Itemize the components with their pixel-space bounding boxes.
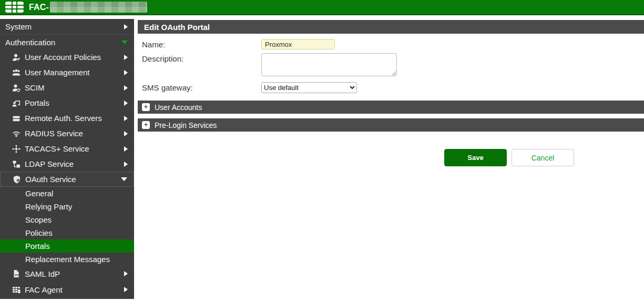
sidebar-item-radius-service[interactable]: RADIUS Service <box>0 126 134 141</box>
chevron-right-icon <box>124 55 128 60</box>
top-bar: FAC- <box>0 0 644 15</box>
sidebar-item-label: Replacement Messages <box>25 255 128 264</box>
sidebar-item-label: Scopes <box>25 215 128 224</box>
sidebar-item-label: General <box>25 189 128 198</box>
sidebar-item-label: FAC Agent <box>25 285 124 294</box>
form-actions: Save Cancel <box>444 149 644 166</box>
sidebar-item-saml-idp[interactable]: SAML IdP <box>0 266 134 282</box>
chevron-right-icon <box>124 271 128 276</box>
sidebar-item-label: Portals <box>25 98 124 107</box>
chevron-down-icon <box>121 177 127 181</box>
sidebar-item-label: LDAP Service <box>25 159 124 168</box>
sidebar-item-ldap-service[interactable]: LDAP Service <box>0 156 134 172</box>
expand-plus-icon[interactable]: + <box>142 121 150 129</box>
sidebar-item-authentication[interactable]: Authentication <box>0 34 134 49</box>
save-button[interactable]: Save <box>444 149 507 166</box>
user-window-icon <box>12 99 21 107</box>
sidebar-item-label: TACACS+ Service <box>25 144 124 153</box>
description-row: Description: <box>138 53 644 76</box>
sidebar-item-tacacs-service[interactable]: TACACS+ Service <box>0 141 134 156</box>
sms-gateway-label: SMS gateway: <box>138 82 261 92</box>
sidebar-item-oauth-scopes[interactable]: Scopes <box>0 213 134 226</box>
user-edit-icon <box>12 53 21 62</box>
name-input[interactable] <box>261 39 335 49</box>
sidebar-item-label: Remote Auth. Servers <box>25 114 124 123</box>
chevron-right-icon <box>124 24 128 29</box>
page-title-bar: Edit OAuth Portal <box>138 20 644 34</box>
chevron-right-icon <box>124 131 128 136</box>
expand-plus-icon[interactable]: + <box>142 103 150 111</box>
sidebar-item-oauth-general[interactable]: General <box>0 187 134 200</box>
chevron-right-icon <box>124 85 128 91</box>
main-content: Edit OAuth Portal Name: Description: SMS… <box>138 19 644 299</box>
topbar-gap <box>0 15 644 19</box>
servers-icon <box>12 114 21 123</box>
sidebar-item-remote-auth-servers[interactable]: Remote Auth. Servers <box>0 111 134 126</box>
sidebar-item-label: Policies <box>25 228 128 237</box>
chevron-right-icon <box>124 116 128 121</box>
chevron-down-icon <box>121 41 128 44</box>
chevron-right-icon <box>124 70 128 75</box>
sidebar-item-user-management[interactable]: User Management <box>0 65 134 80</box>
sidebar-item-label: SAML IdP <box>25 269 124 278</box>
description-label: Description: <box>138 53 261 63</box>
sidebar-item-oauth-portals-active[interactable]: Portals <box>0 239 134 253</box>
brand-label: FAC- <box>29 3 49 12</box>
sidebar: System Authentication User Account Polic… <box>0 19 134 299</box>
sidebar-item-fac-agent[interactable]: FAC Agent <box>0 282 134 297</box>
sidebar-item-label: RADIUS Service <box>25 129 124 138</box>
chevron-right-icon <box>124 162 128 167</box>
section-label: User Accounts <box>155 103 202 112</box>
network-hub-icon <box>12 145 21 153</box>
chevron-right-icon <box>124 101 128 106</box>
sidebar-item-label: Authentication <box>5 38 121 47</box>
sidebar-item-oauth-replacement-messages[interactable]: Replacement Messages <box>0 253 134 266</box>
users-group-icon <box>12 68 21 77</box>
sms-gateway-row: SMS gateway: Use default <box>138 82 644 93</box>
redacted-hostname <box>50 2 147 13</box>
chevron-right-icon <box>124 146 128 152</box>
sidebar-content-gap <box>134 19 138 299</box>
grid-agent-icon <box>12 285 21 294</box>
name-row: Name: <box>138 39 644 49</box>
sidebar-item-label: Relying Party <box>25 202 128 211</box>
sidebar-item-label: OAuth Service <box>25 175 121 184</box>
sidebar-item-label: System <box>5 22 124 31</box>
shield-key-icon <box>12 175 22 184</box>
user-sync-icon <box>12 84 21 92</box>
sidebar-item-label: User Management <box>25 68 124 77</box>
fortinet-logo-icon <box>5 2 24 13</box>
sidebar-item-user-account-policies[interactable]: User Account Policies <box>0 49 134 65</box>
section-user-accounts[interactable]: + User Accounts <box>138 101 644 114</box>
sidebar-item-label: SCIM <box>25 83 124 92</box>
cancel-button[interactable]: Cancel <box>512 149 574 166</box>
page-title: Edit OAuth Portal <box>144 23 210 32</box>
sidebar-item-portals[interactable]: Portals <box>0 95 134 111</box>
section-label: Pre-Login Services <box>155 121 217 129</box>
sidebar-item-oauth-service[interactable]: OAuth Service <box>0 172 134 187</box>
sidebar-item-oauth-policies[interactable]: Policies <box>0 226 134 239</box>
hierarchy-icon <box>12 160 21 168</box>
sidebar-item-oauth-relying-party[interactable]: Relying Party <box>0 200 134 213</box>
sidebar-item-label: Portals <box>25 242 128 251</box>
oauth-portal-form: Name: Description: SMS gateway: Use defa… <box>138 34 644 93</box>
sidebar-item-label: User Account Policies <box>25 53 124 62</box>
sidebar-item-scim[interactable]: SCIM <box>0 80 134 95</box>
description-textarea[interactable] <box>261 53 397 76</box>
section-pre-login-services[interactable]: + Pre-Login Services <box>138 118 644 132</box>
document-icon <box>12 269 21 278</box>
sidebar-item-system[interactable]: System <box>0 19 134 34</box>
chevron-right-icon <box>124 287 128 292</box>
sms-gateway-select[interactable]: Use default <box>261 82 357 93</box>
name-label: Name: <box>138 39 261 49</box>
wifi-icon <box>12 129 21 138</box>
